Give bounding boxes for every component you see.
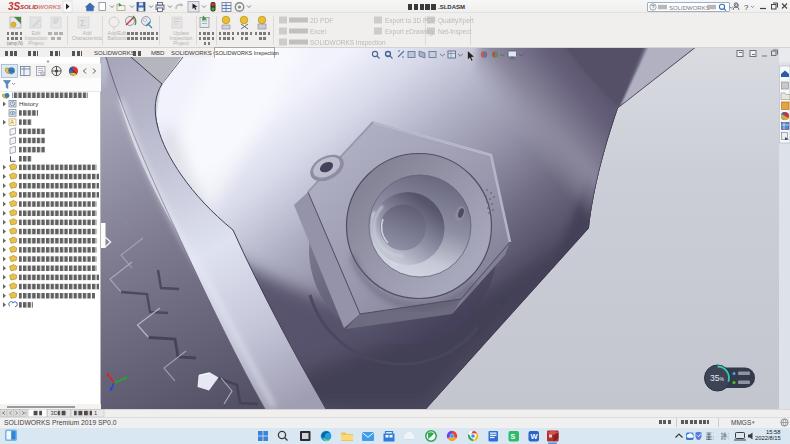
svg-text:Net-Inspect: Net-Inspect — [438, 28, 471, 36]
svg-text:A: A — [10, 119, 14, 125]
svg-text:S: S — [511, 433, 516, 440]
svg-text:SOLIDWORKS Inspection: SOLIDWORKS Inspection — [310, 39, 386, 47]
svg-text:History: History — [19, 100, 39, 107]
svg-text:W: W — [531, 432, 539, 441]
svg-text:Excel: Excel — [310, 28, 326, 35]
svg-text:3S: 3S — [8, 1, 21, 12]
svg-text:2D PDF: 2D PDF — [310, 17, 333, 24]
svg-text:SOLIDWORKS: SOLIDWORKS — [20, 3, 61, 10]
svg-text:Export to 3D PDF: Export to 3D PDF — [385, 17, 436, 25]
svg-text:Export eDrawing: Export eDrawing — [385, 28, 433, 36]
svg-text:SOLIDWORKS: SOLIDWORKS — [669, 4, 710, 10]
svg-text:Σ: Σ — [80, 18, 86, 28]
svg-text:1: 1 — [94, 410, 97, 416]
svg-text:QualityXpert: QualityXpert — [438, 17, 474, 25]
svg-text:3D: 3D — [51, 410, 58, 416]
svg-text:?: ? — [744, 3, 749, 12]
